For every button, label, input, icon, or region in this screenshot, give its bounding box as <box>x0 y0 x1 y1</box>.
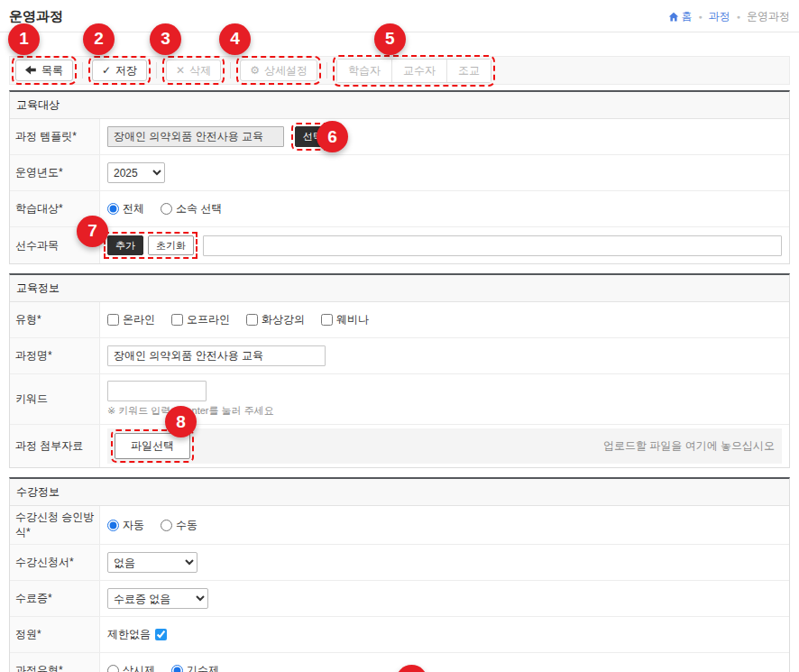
row-course-template: 과정 템플릿* 선택 6 <box>10 119 789 155</box>
toolbar: 목록 1 ✓ 저장 2 ✕ 삭제 3 ⚙ 상세설정 4 <box>9 56 790 85</box>
application-form-select[interactable]: 없음 <box>107 552 197 573</box>
row-operating-year: 운영년도* 2025 <box>10 155 789 191</box>
breadcrumb-separator: ● <box>737 14 740 20</box>
field-label: 키워드 <box>10 374 100 424</box>
row-application-form: 수강신청서* 없음 <box>10 545 789 581</box>
section-education-info: 교육정보 유형* 온라인 오프라인 화상강의 웨비나 과정명* 키워드 ※ 키워… <box>9 273 790 468</box>
section-title: 수강정보 <box>10 479 789 506</box>
ctype-always-label: 상시제 <box>123 663 155 672</box>
toolbar-divider <box>326 62 327 78</box>
detail-settings-label: 상세설정 <box>264 64 308 77</box>
home-icon <box>668 12 679 23</box>
type-online-label: 온라인 <box>123 312 155 327</box>
row-prerequisite: 선수과목 추가 초기화 7 <box>10 227 789 263</box>
breadcrumb-course[interactable]: 과정 <box>709 9 730 24</box>
file-dropzone[interactable]: 파일선택 8 업로드할 파일을 여기에 놓으십시오 <box>107 428 782 464</box>
operating-year-select[interactable]: 2025 <box>107 162 165 183</box>
field-label: 정원* <box>10 617 100 652</box>
annotation-badge-8: 8 <box>165 406 197 437</box>
approval-manual-radio[interactable] <box>161 520 172 531</box>
delete-button[interactable]: ✕ 삭제 <box>166 60 221 81</box>
save-button-label: 저장 <box>115 64 137 77</box>
row-capacity: 정원* 제한없음 <box>10 617 789 653</box>
toolbar-divider <box>82 62 83 78</box>
approval-auto-radio[interactable] <box>107 520 119 531</box>
audience-affiliation-label: 소속 선택 <box>176 201 222 216</box>
x-icon: ✕ <box>176 65 185 76</box>
detail-settings-button[interactable]: ⚙ 상세설정 <box>240 60 317 81</box>
annotation-badge-3: 3 <box>150 23 181 55</box>
row-attachment: 과정 첨부자료 파일선택 8 업로드할 파일을 여기에 놓으십시오 <box>10 425 789 467</box>
row-keyword: 키워드 ※ 키워드 입력 후 enter를 눌러 주세요 <box>10 374 789 425</box>
row-approval-method: 수강신청 승인방식* 자동 수동 <box>10 506 789 545</box>
section-title: 교육정보 <box>10 275 789 302</box>
field-label: 운영년도* <box>10 155 100 190</box>
row-type: 유형* 온라인 오프라인 화상강의 웨비나 <box>10 302 789 338</box>
capacity-unlimited-label: 제한없음 <box>107 627 151 642</box>
row-learner-target: 학습대상* 전체 소속 선택 <box>10 191 789 227</box>
row-course-name: 과정명* <box>10 338 789 374</box>
back-arrow-icon <box>25 65 37 75</box>
ctype-always-radio[interactable] <box>107 665 119 672</box>
type-video-label: 화상강의 <box>262 312 305 327</box>
annotation-badge-1: 1 <box>8 23 40 55</box>
section-education-target: 교육대상 과정 템플릿* 선택 6 운영년도* 2025 학습대상* 전 <box>9 90 790 264</box>
prereq-input[interactable] <box>203 235 782 256</box>
prereq-reset-button[interactable]: 초기화 <box>148 235 194 255</box>
dropzone-hint: 업로드할 파일을 여기에 놓으십시오 <box>603 438 775 454</box>
assistant-button[interactable]: 조교 <box>446 60 491 82</box>
audience-all-radio[interactable] <box>107 203 119 215</box>
field-label: 수강신청서* <box>10 545 100 580</box>
breadcrumb-current: 운영과정 <box>747 9 790 24</box>
field-label: 유형* <box>10 302 100 337</box>
type-webinar-checkbox[interactable] <box>321 314 333 326</box>
field-label: 수강신청 승인방식* <box>10 506 100 544</box>
role-button-group: 학습자 교수자 조교 <box>336 59 491 83</box>
certificate-select[interactable]: 수료증 없음 <box>107 588 208 609</box>
capacity-unlimited-checkbox[interactable] <box>155 629 167 640</box>
prereq-add-button[interactable]: 추가 <box>107 235 143 255</box>
type-video-checkbox[interactable] <box>246 314 258 326</box>
page: 운영과정 홈 ● 과정 ● 운영과정 목록 1 ✓ 저장 2 <box>0 0 799 672</box>
instructor-button[interactable]: 교수자 <box>391 60 446 82</box>
save-button[interactable]: ✓ 저장 <box>92 60 147 81</box>
annotation-badge-4: 4 <box>219 23 251 55</box>
type-online-checkbox[interactable] <box>107 314 119 326</box>
section-enrollment-info: 수강정보 수강신청 승인방식* 자동 수동 수강신청서* 없음 수료증* 수료증… <box>9 477 790 672</box>
field-label: 과정유형* <box>10 653 100 672</box>
delete-button-label: 삭제 <box>189 64 211 77</box>
type-offline-checkbox[interactable] <box>171 314 183 326</box>
list-button[interactable]: 목록 <box>15 60 73 81</box>
list-button-label: 목록 <box>41 64 63 77</box>
gear-icon: ⚙ <box>250 65 260 76</box>
breadcrumb-separator: ● <box>699 14 703 20</box>
ctype-cohort-label: 기수제 <box>187 663 219 672</box>
keyword-input[interactable] <box>107 381 207 401</box>
type-webinar-label: 웨비나 <box>336 312 369 327</box>
toolbar-divider <box>156 62 157 78</box>
section-title: 교육대상 <box>10 92 789 119</box>
annotation-badge-5: 5 <box>374 23 406 55</box>
prereq-button-pair: 추가 초기화 <box>107 235 194 255</box>
field-label: 과정 템플릿* <box>10 119 100 154</box>
audience-affiliation-radio[interactable] <box>161 203 172 215</box>
learner-button[interactable]: 학습자 <box>337 60 391 82</box>
ctype-cohort-radio[interactable] <box>171 665 183 672</box>
annotation-badge-6: 6 <box>317 121 348 152</box>
field-label: 과정 첨부자료 <box>10 425 100 467</box>
annotation-badge-2: 2 <box>83 23 115 55</box>
breadcrumb: 홈 ● 과정 ● 운영과정 <box>668 9 790 24</box>
approval-manual-label: 수동 <box>176 518 197 533</box>
toolbar-divider <box>230 62 231 78</box>
breadcrumb-home[interactable]: 홈 <box>668 9 693 24</box>
course-name-input[interactable] <box>107 345 326 366</box>
check-icon: ✓ <box>102 65 111 76</box>
audience-all-label: 전체 <box>123 201 144 216</box>
field-label: 과정명* <box>10 338 100 373</box>
approval-auto-label: 자동 <box>123 518 144 533</box>
course-template-input[interactable] <box>107 126 284 147</box>
field-label: 수료증* <box>10 581 100 616</box>
breadcrumb-home-label: 홈 <box>682 9 693 24</box>
page-title: 운영과정 <box>9 8 63 25</box>
row-certificate: 수료증* 수료증 없음 <box>10 581 789 617</box>
